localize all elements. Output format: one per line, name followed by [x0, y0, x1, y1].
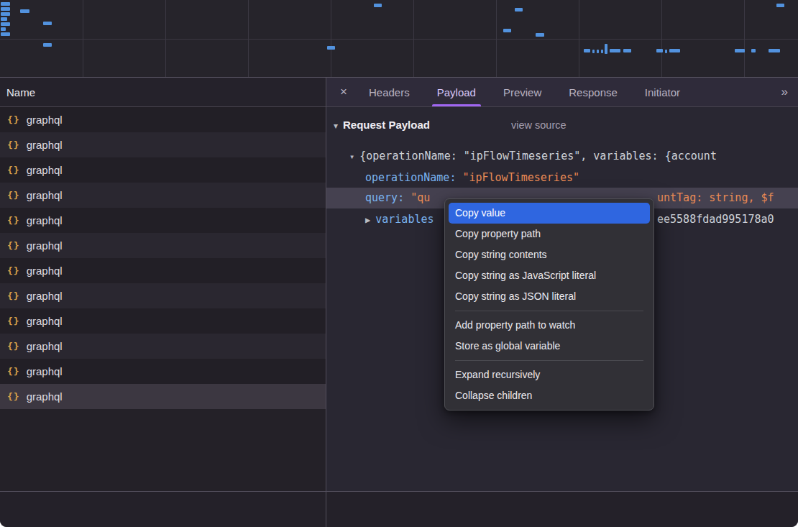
network-activity-bar [1, 32, 10, 36]
network-activity-bar [374, 4, 382, 7]
network-activity-bar [1, 22, 10, 26]
collapse-icon[interactable]: ▾ [334, 121, 338, 131]
property-value: "qu [411, 191, 430, 204]
network-activity-bar [735, 49, 745, 52]
property-value: "ipFlowTimeseries" [462, 171, 579, 184]
menu-separator [455, 311, 643, 311]
json-icon: {} [7, 265, 20, 276]
request-name: graphql [27, 390, 63, 403]
menu-item-add-property-path-to-watch[interactable]: Add property path to watch [449, 315, 650, 336]
network-request-row[interactable]: {}graphql [0, 233, 326, 258]
timeline-gridline [0, 39, 798, 40]
property-value-tail: ee5588fdad995178a0 [657, 209, 774, 230]
json-icon: {} [7, 316, 20, 326]
request-name: graphql [27, 239, 63, 252]
close-icon[interactable]: × [335, 85, 352, 99]
network-request-row[interactable]: {}graphql [0, 107, 326, 132]
payload-root-row[interactable]: ▾{operationName: "ipFlowTimeseries", var… [326, 146, 798, 167]
network-activity-bar [1, 27, 6, 31]
network-activity-bar [327, 46, 335, 50]
request-name: graphql [27, 340, 63, 352]
view-source-link[interactable]: view source [511, 119, 567, 131]
tab-initiator[interactable]: Initiator [631, 78, 694, 106]
network-activity-bar [1, 17, 7, 21]
network-activity-bar [1, 7, 10, 11]
network-activity-bar [592, 50, 595, 53]
request-name: graphql [27, 164, 63, 176]
request-name: graphql [27, 139, 63, 151]
tab-headers[interactable]: Headers [355, 78, 423, 106]
json-icon: {} [7, 114, 20, 125]
network-activity-bar [43, 22, 52, 25]
panel-divider [326, 492, 326, 527]
network-request-row[interactable]: {}graphql [0, 308, 326, 334]
json-icon: {} [7, 139, 20, 150]
menu-item-copy-property-path[interactable]: Copy property path [449, 224, 650, 244]
network-activity-bar [665, 50, 667, 53]
menu-item-copy-string-as-json-literal[interactable]: Copy string as JSON literal [449, 286, 650, 307]
network-activity-bar [536, 33, 544, 37]
network-request-row[interactable]: {}graphql [0, 157, 326, 183]
menu-item-copy-string-contents[interactable]: Copy string contents [449, 244, 650, 265]
request-name: graphql [27, 189, 63, 201]
main-split: Name {}graphql{}graphql{}graphql{}graphq… [0, 78, 798, 491]
request-payload-header[interactable]: ▾Request Payload [334, 119, 430, 131]
network-activity-bar [584, 49, 590, 52]
more-tabs-icon[interactable]: » [781, 85, 788, 99]
object-preview: {operationName: "ipFlowTimeseries", vari… [359, 150, 717, 162]
menu-item-copy-value[interactable]: Copy value [449, 203, 650, 224]
request-list: {}graphql{}graphql{}graphql{}graphql{}gr… [0, 107, 326, 491]
network-activity-bar [597, 50, 599, 53]
network-request-row[interactable]: {}graphql [0, 359, 326, 384]
tab-payload[interactable]: Payload [423, 78, 490, 106]
network-request-row[interactable]: {}graphql [0, 132, 326, 157]
status-bar [0, 491, 798, 527]
network-request-row[interactable]: {}graphql [0, 208, 326, 233]
property-key: operationName: [365, 171, 456, 184]
tab-response[interactable]: Response [555, 78, 631, 106]
network-request-row[interactable]: {}graphql [0, 283, 326, 308]
network-activity-bar [776, 4, 784, 7]
network-overview-timeline[interactable] [0, 0, 798, 78]
detail-tabbar: × HeadersPayloadPreviewResponseInitiator… [326, 78, 798, 107]
property-key: query: [365, 191, 404, 204]
network-request-row[interactable]: {}graphql [0, 334, 326, 359]
json-icon: {} [7, 240, 20, 251]
network-activity-bar [605, 44, 607, 54]
network-activity-bar [503, 29, 511, 32]
network-activity-bar [601, 50, 603, 53]
property-value-tail: untTag: string, $f [657, 188, 774, 208]
name-column-header[interactable]: Name [0, 78, 326, 107]
property-key: variables [375, 213, 434, 226]
network-request-row[interactable]: {}graphql [0, 384, 326, 409]
json-icon: {} [7, 290, 20, 301]
network-activity-bar [1, 12, 10, 16]
collapse-icon[interactable]: ▾ [349, 147, 354, 168]
context-menu: Copy valueCopy property pathCopy string … [444, 198, 654, 411]
network-activity-bar [20, 9, 29, 13]
request-name: graphql [27, 290, 63, 302]
devtools-window: Name {}graphql{}graphql{}graphql{}graphq… [0, 0, 798, 527]
operation-name-row[interactable]: operationName:"ipFlowTimeseries" [326, 168, 798, 188]
request-name: graphql [27, 365, 63, 377]
request-name: graphql [27, 214, 63, 226]
network-activity-bar [751, 49, 756, 52]
detail-tabs: HeadersPayloadPreviewResponseInitiator [355, 78, 694, 106]
expand-icon[interactable]: ▶ [365, 210, 370, 231]
network-request-row[interactable]: {}graphql [0, 258, 326, 283]
tab-preview[interactable]: Preview [490, 78, 555, 106]
section-title: Request Payload [343, 119, 430, 131]
json-icon: {} [7, 190, 20, 201]
menu-item-copy-string-as-javascript-literal[interactable]: Copy string as JavaScript literal [449, 265, 650, 286]
json-icon: {} [7, 391, 20, 402]
menu-item-store-as-global-variable[interactable]: Store as global variable [449, 336, 650, 357]
menu-item-expand-recursively[interactable]: Expand recursively [449, 364, 650, 385]
request-name: graphql [27, 114, 63, 126]
menu-item-collapse-children[interactable]: Collapse children [449, 385, 650, 406]
menu-separator [455, 360, 643, 361]
request-name: graphql [27, 265, 63, 277]
network-activity-bar [769, 49, 780, 52]
network-request-row[interactable]: {}graphql [0, 183, 326, 208]
name-column-label: Name [6, 86, 35, 98]
json-icon: {} [7, 215, 20, 226]
